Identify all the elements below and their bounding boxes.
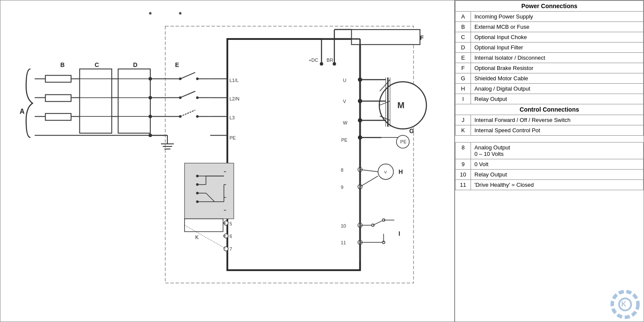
svg-point-45 (179, 115, 182, 118)
label-k: K (195, 234, 199, 240)
table-row: G Shielded Motor Cable (456, 73, 644, 84)
label-h: H (398, 168, 403, 175)
label-u: U (343, 78, 346, 83)
label-l1l: L1/L (229, 78, 238, 83)
label-a: A (20, 108, 25, 115)
table-row: 8 Analog Output 0 – 10 Volts (456, 143, 644, 159)
label-5: 5 (229, 221, 232, 226)
svg-point-29 (149, 96, 152, 99)
main-container: A B C D (0, 0, 644, 322)
svg-text:K: K (621, 301, 626, 308)
label-c: C (94, 61, 99, 68)
table-row: E Internal Isolator / Disconnect (456, 53, 644, 63)
label-w: W (343, 120, 348, 125)
label-6: 6 (229, 234, 232, 239)
label-10: 10 (341, 223, 346, 228)
label-11: 11 (341, 240, 346, 245)
power-connections-header: Power Connections (456, 1, 644, 12)
svg-point-1 (149, 12, 152, 15)
table-row: C Optional Input Choke (456, 32, 644, 43)
label-b: B (61, 61, 65, 68)
svg-rect-93 (352, 30, 420, 45)
table-row: J Internal Forward / Off / Reverse Switc… (456, 115, 644, 125)
label-f: F (420, 34, 424, 41)
table-row: K Internal Speed Control Pot (456, 125, 644, 136)
label-plusdc: +DC (309, 58, 318, 63)
control-connections-header: Control Connections (456, 104, 644, 115)
wiring-diagram: A B C D (0, 0, 454, 322)
table-row: I Relay Output (456, 94, 644, 104)
table-row: H Analog / Digital Output (456, 84, 644, 94)
label-br: BR (327, 58, 333, 63)
label-pe-left: PE (229, 135, 236, 140)
svg-point-30 (149, 115, 152, 118)
motor-label: M (397, 100, 404, 110)
label-i: I (398, 231, 400, 237)
svg-point-72 (196, 192, 199, 194)
table-area: Power Connections A Incoming Power Suppl… (455, 0, 644, 322)
svg-rect-81 (185, 219, 223, 232)
svg-text:PE: PE (400, 139, 407, 144)
label-l3: L3 (229, 115, 234, 120)
svg-text:V: V (384, 170, 387, 174)
svg-point-66 (196, 175, 199, 177)
company-logo: K (610, 289, 640, 319)
label-7: 7 (229, 246, 232, 252)
label-d: D (133, 61, 137, 68)
svg-rect-64 (185, 163, 234, 219)
label-8: 8 (341, 167, 343, 173)
connections-table: Power Connections A Incoming Power Suppl… (455, 0, 644, 190)
svg-point-36 (196, 78, 199, 80)
svg-point-28 (149, 77, 152, 81)
table-row: 10 Relay Output (456, 170, 644, 180)
table-row: 11 'Drive Healthy' = Closed (456, 180, 644, 190)
label-v: V (343, 99, 346, 104)
diagram-area: A B C D (0, 0, 455, 322)
table-row: F Optional Brake Resistor (456, 63, 644, 73)
label-g: G (409, 128, 414, 134)
table-row: 9 0 Volt (456, 159, 644, 170)
svg-point-40 (179, 96, 182, 99)
table-row: B External MCB or Fuse (456, 22, 644, 32)
label-e: E (175, 61, 179, 68)
table-row: D Optional Input Filter (456, 43, 644, 53)
spacer-row (456, 136, 644, 143)
label-pe-right: PE (341, 137, 348, 143)
table-row: A Incoming Power Supply (456, 12, 644, 22)
label-l2n: L2/N (229, 96, 239, 101)
svg-point-41 (196, 96, 199, 99)
svg-point-2 (179, 12, 182, 15)
svg-point-46 (196, 115, 199, 118)
svg-point-35 (179, 78, 182, 80)
label-9: 9 (341, 185, 343, 190)
logo-area: K (455, 287, 644, 322)
